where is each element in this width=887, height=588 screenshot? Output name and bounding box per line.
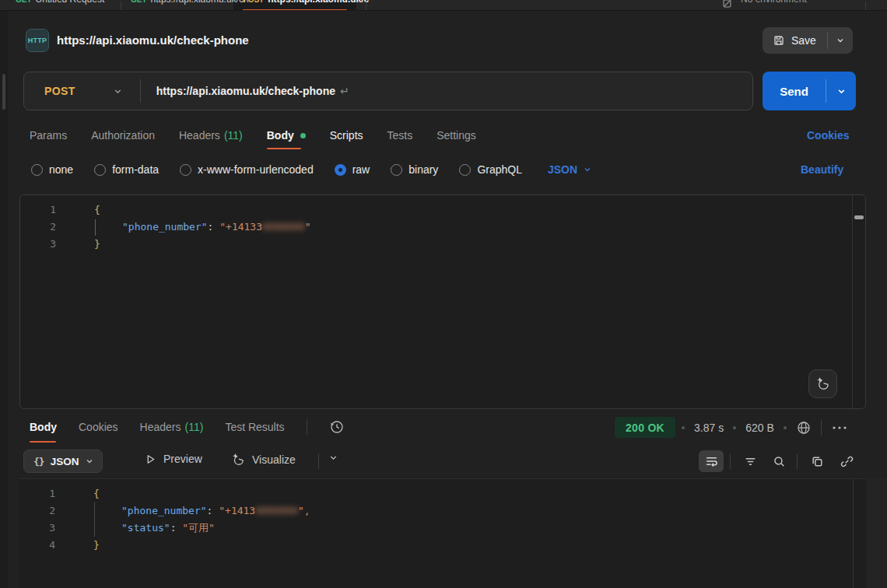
method-selector-button[interactable] — [113, 86, 123, 96]
response-time[interactable]: 3.87 s — [694, 422, 724, 434]
environment-icon[interactable] — [722, 0, 732, 9]
request-tab-3-active[interactable]: POSThttps://api.xiaomu.uk/c — [243, 0, 369, 5]
response-history-button[interactable] — [329, 419, 345, 435]
history-clock-icon — [329, 419, 345, 435]
line-number: 2 — [19, 502, 74, 520]
line-number-gutter: 1 2 3 4 — [19, 485, 74, 554]
copy-icon — [811, 455, 824, 468]
dot-separator — [733, 426, 736, 429]
request-body-editor[interactable]: 1 2 3 { "phone_number": "+141330000000" … — [19, 194, 866, 409]
send-options-button[interactable] — [826, 72, 856, 110]
radio-circle — [459, 164, 471, 176]
sparkle-circle-icon — [815, 376, 830, 391]
radio-circle-selected — [335, 164, 346, 176]
tab-divider — [865, 2, 866, 11]
editor-scrollbar[interactable] — [852, 195, 865, 408]
more-options-icon — [831, 424, 848, 432]
request-tab-2[interactable]: GEThttps://api.xiaomu.uk/ch — [131, 0, 249, 5]
code-line: "phone_number": "+14130000000", — [93, 502, 843, 520]
method-badge: GET — [16, 0, 32, 4]
play-icon — [145, 453, 156, 465]
method-selector-value[interactable]: POST — [24, 85, 75, 97]
chevron-down-icon — [85, 457, 94, 466]
network-info-button[interactable] — [796, 420, 812, 436]
response-body-editor[interactable]: 1 2 3 4 { "phone_number": "+14130000000"… — [19, 478, 866, 588]
tab-test-results[interactable]: Test Results — [225, 421, 284, 433]
tab-settings[interactable]: Settings — [436, 129, 476, 142]
wrap-text-icon — [705, 455, 718, 468]
radio-raw-selected[interactable]: raw — [335, 163, 370, 176]
line-number: 2 — [20, 219, 75, 236]
active-tab-underline — [267, 148, 301, 149]
radio-binary[interactable]: binary — [391, 163, 438, 176]
send-button-group: Send — [763, 72, 856, 110]
request-title[interactable]: https://api.xiaomu.uk/check-phone — [57, 33, 249, 47]
beautify-link[interactable]: Beautify — [801, 163, 843, 176]
url-input[interactable]: https://api.xiaomu.uk/check-phone↵ — [141, 85, 349, 97]
globe-icon — [796, 420, 812, 436]
radio-graphql[interactable]: GraphQL — [459, 163, 522, 176]
save-button[interactable]: Save — [763, 27, 827, 54]
request-header: HTTP https://api.xiaomu.uk/check-phone S… — [0, 11, 887, 62]
tab-headers[interactable]: Headers(11) — [179, 129, 243, 142]
code-line: } — [94, 236, 842, 253]
response-tabs: Body Cookies Headers(11) Test Results — [30, 419, 345, 435]
tab-response-cookies[interactable]: Cookies — [79, 421, 118, 433]
postbot-fix-button[interactable] — [808, 369, 837, 398]
tab-authorization[interactable]: Authorization — [91, 129, 155, 142]
braces-icon: {} — [33, 456, 44, 467]
scrollbar-thumb[interactable] — [854, 215, 864, 219]
tab-response-headers[interactable]: Headers(11) — [140, 421, 204, 433]
visualize-button[interactable]: Visualize — [231, 453, 296, 467]
link-button[interactable] — [834, 450, 859, 472]
tab-divider — [121, 2, 121, 11]
method-badge: POST — [243, 0, 264, 4]
search-button[interactable] — [766, 450, 791, 472]
response-size[interactable]: 620 B — [745, 422, 774, 434]
tab-scripts[interactable]: Scripts — [330, 129, 363, 142]
line-number: 1 — [19, 485, 74, 502]
tab-tests[interactable]: Tests — [387, 129, 413, 142]
radio-none[interactable]: none — [31, 163, 73, 176]
request-tab-1[interactable]: GETUntitled Request — [16, 0, 104, 5]
http-protocol-icon: HTTP — [26, 29, 49, 52]
cookies-link[interactable]: Cookies — [807, 129, 849, 142]
code-lines: { "phone_number": "+141330000000" } — [94, 201, 842, 253]
sidebar-scroll-thumb[interactable] — [2, 74, 5, 110]
divider — [821, 420, 822, 436]
line-number: 3 — [20, 236, 75, 253]
radio-circle — [180, 164, 191, 176]
visualize-options-button[interactable] — [328, 453, 338, 463]
response-stats: 3.87 s 620 B — [682, 417, 848, 438]
more-options-button[interactable] — [831, 424, 848, 432]
line-number: 3 — [19, 520, 74, 537]
filter-button[interactable] — [738, 450, 763, 472]
body-type-row: none form-data x-www-form-urlencoded raw… — [31, 163, 592, 176]
response-format-selector[interactable]: {} JSON — [23, 450, 103, 473]
status-badge[interactable]: 200 OK — [615, 417, 675, 438]
tab-params[interactable]: Params — [30, 129, 67, 142]
raw-format-selector[interactable]: JSON — [548, 163, 592, 176]
tab-divider — [366, 2, 366, 11]
divider — [730, 453, 731, 469]
response-right-gutter — [867, 478, 887, 588]
radio-form-data[interactable]: form-data — [94, 163, 159, 176]
headers-count-badge: (11) — [185, 421, 204, 433]
editor-scrollbar[interactable] — [853, 479, 866, 588]
chevron-down-icon — [836, 36, 845, 45]
tab-body[interactable]: Body — [267, 129, 306, 142]
save-button-label: Save — [791, 34, 816, 47]
environment-selector[interactable]: No environment — [741, 0, 807, 5]
copy-button[interactable] — [805, 450, 829, 472]
redacted-phone-digits: 0000000 — [255, 505, 298, 516]
send-button[interactable]: Send — [763, 72, 826, 110]
radio-x-www-form-urlencoded[interactable]: x-www-form-urlencoded — [180, 163, 314, 176]
preview-button[interactable]: Preview — [145, 453, 202, 465]
body-modified-dot — [300, 133, 306, 138]
tab-response-body[interactable]: Body — [30, 421, 57, 433]
sidebar-edge — [0, 11, 8, 588]
save-options-button[interactable] — [828, 27, 853, 54]
wrap-text-button[interactable] — [699, 450, 724, 472]
search-icon — [773, 455, 786, 468]
save-button-group: Save — [763, 27, 853, 54]
